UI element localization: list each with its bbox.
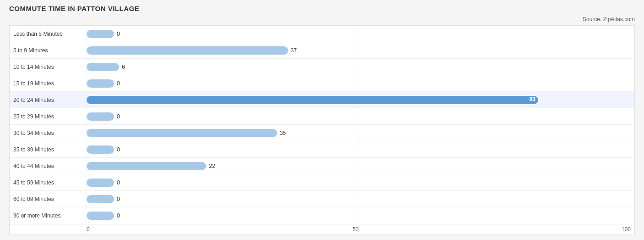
bar-container: 0: [87, 29, 631, 39]
bar-row: 15 to 19 Minutes0: [10, 75, 634, 92]
bar-value: 0: [117, 80, 120, 87]
bar-value: 35: [280, 130, 286, 136]
row-label: 15 to 19 Minutes: [13, 80, 87, 87]
row-label: 60 to 89 Minutes: [13, 196, 87, 202]
bar-container: 0: [87, 178, 631, 188]
x-axis-label: 50: [353, 226, 359, 233]
bar-fill: [87, 79, 114, 88]
bar-fill: [87, 179, 114, 187]
bar-fill: 83: [87, 96, 538, 104]
bar-row: 10 to 14 Minutes6: [10, 59, 634, 75]
row-label: 40 to 44 Minutes: [13, 163, 87, 169]
bar-value: 0: [117, 31, 120, 37]
chart-title: COMMUTE TIME IN PATTON VILLAGE: [9, 5, 635, 12]
bar-container: 37: [87, 45, 631, 56]
bar-container: 0: [87, 211, 631, 221]
bar-row: 20 to 24 Minutes83: [10, 92, 634, 108]
bar-row: Less than 5 Minutes0: [10, 26, 634, 42]
bar-row: 40 to 44 Minutes22: [10, 158, 634, 174]
bar-value: 22: [209, 163, 215, 169]
bar-row: 45 to 59 Minutes0: [10, 174, 634, 191]
x-axis: 050100: [10, 224, 634, 234]
bar-container: 83: [87, 95, 631, 105]
row-label: 10 to 14 Minutes: [13, 64, 87, 70]
row-label: 45 to 59 Minutes: [13, 179, 87, 186]
bar-value: 0: [117, 146, 120, 153]
row-label: 90 or more Minutes: [13, 212, 87, 219]
bar-value: 37: [291, 47, 297, 54]
row-label: 25 to 29 Minutes: [13, 113, 87, 120]
row-label: 5 to 9 Minutes: [13, 47, 87, 54]
row-label: 30 to 34 Minutes: [13, 130, 87, 136]
bar-container: 0: [87, 78, 631, 89]
x-axis-label: 100: [622, 226, 631, 233]
bar-row: 90 or more Minutes0: [10, 207, 634, 224]
bar-value: 6: [122, 64, 125, 70]
bar-row: 30 to 34 Minutes35: [10, 125, 634, 141]
bar-fill: [87, 212, 114, 220]
bar-row: 60 to 89 Minutes0: [10, 191, 634, 207]
bar-fill: [87, 46, 288, 55]
row-label: Less than 5 Minutes: [13, 31, 87, 37]
bar-row: 35 to 39 Minutes0: [10, 141, 634, 158]
bar-fill: [87, 30, 114, 38]
bar-row: 25 to 29 Minutes0: [10, 108, 634, 125]
bar-container: 35: [87, 128, 631, 138]
source-label: Source: ZipAtlas.com: [9, 16, 635, 22]
bar-fill: [87, 195, 114, 203]
x-axis-label: 0: [87, 226, 90, 233]
bar-value: 0: [117, 212, 120, 219]
bar-value: 0: [117, 196, 120, 202]
row-label: 20 to 24 Minutes: [13, 97, 87, 103]
bar-fill: [87, 63, 119, 71]
bar-container: 0: [87, 194, 631, 204]
bar-container: 0: [87, 145, 631, 155]
bar-value: 0: [117, 113, 120, 120]
bar-container: 0: [87, 112, 631, 122]
bar-fill: [87, 129, 277, 137]
bar-value: 83: [529, 96, 535, 102]
bar-row: 5 to 9 Minutes37: [10, 42, 634, 59]
bar-fill: [87, 145, 114, 154]
bar-fill: [87, 162, 206, 170]
bar-value: 0: [117, 179, 120, 186]
bar-fill: [87, 112, 114, 121]
bar-container: 6: [87, 62, 631, 72]
bar-container: 22: [87, 161, 631, 171]
row-label: 35 to 39 Minutes: [13, 146, 87, 153]
chart-area: Less than 5 Minutes05 to 9 Minutes3710 t…: [9, 25, 635, 235]
